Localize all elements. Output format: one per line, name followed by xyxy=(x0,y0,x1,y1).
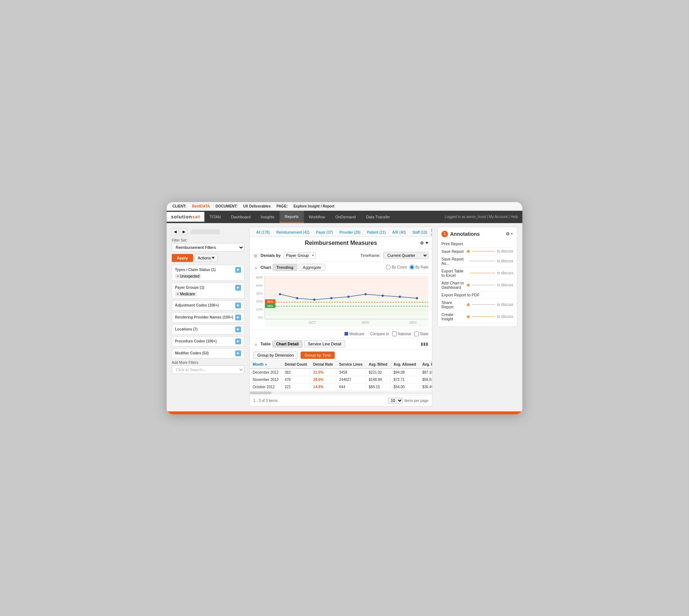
annotation-add-chart-dashboard[interactable]: Add Chart to Dashboard to discuss xyxy=(441,279,513,291)
table-scrollbar[interactable] xyxy=(250,391,432,394)
ann-label-4: Add Chart to Dashboard xyxy=(441,281,465,289)
chart-section-label: Chart xyxy=(261,265,271,270)
add-more-label: Add More Filters xyxy=(172,361,244,365)
arrow-left[interactable]: ◀ xyxy=(172,228,179,235)
annotation-create-insight[interactable]: Create Insight to discuss xyxy=(441,311,513,323)
filter-adj-icon[interactable]: ▶ xyxy=(235,303,241,308)
compare-national[interactable]: National xyxy=(392,332,411,336)
tab-provider[interactable]: Provider (26) xyxy=(337,229,363,236)
compare-national-checkbox[interactable] xyxy=(392,332,397,336)
tab-payer[interactable]: Payer (37) xyxy=(313,229,336,236)
by-rate-radio[interactable]: By Rate xyxy=(409,265,428,270)
group-by-dimension-btn[interactable]: Group by Dimension xyxy=(253,352,298,359)
col-service-lines[interactable]: Service Lines xyxy=(336,361,366,369)
timeframe-select[interactable]: Current Quarter xyxy=(383,252,428,259)
by-rate-input[interactable] xyxy=(409,265,414,270)
svg-text:20%: 20% xyxy=(256,300,263,303)
chart-container: 50% 40% 30% 20% 10% 0% xyxy=(253,276,428,328)
filter-types-icon[interactable]: ▶ xyxy=(235,267,241,273)
table-tab-chart-detail[interactable]: Chart Detail xyxy=(272,340,303,348)
nav-data-transfer[interactable]: Data Transfer xyxy=(361,211,395,223)
app-frame: CLIENT: RentDATA DOCUMENT: UX Deliverabl… xyxy=(167,202,522,414)
col-avg-paid[interactable]: Avg. Paid xyxy=(419,361,432,369)
tab-see-more[interactable]: See m... 1 xyxy=(431,229,432,237)
compare-state[interactable]: State xyxy=(414,332,428,336)
nav-dashboard[interactable]: Dashboard xyxy=(226,211,256,223)
annotation-export-table[interactable]: Export Table to Excel to discuss xyxy=(441,267,513,279)
cell-billed-2: $148.99 xyxy=(366,376,390,383)
actions-button[interactable]: Actions xyxy=(195,254,218,262)
legend-dot-medicare xyxy=(344,332,348,336)
legend-medicare: Medicare xyxy=(344,332,364,336)
per-page-select[interactable]: 10 xyxy=(388,398,403,404)
annotations-panel: 1 Annotations ⚙ ▼ Print Report Save Repo… xyxy=(437,227,517,327)
ann-discuss-6: to discuss xyxy=(497,303,513,307)
svg-point-25 xyxy=(347,296,350,298)
annotations-gear[interactable]: ⚙ ▼ xyxy=(506,231,513,237)
gear-icon-annotations: ⚙ xyxy=(506,231,510,237)
filter-proc-icon[interactable]: ▶ xyxy=(235,338,241,344)
nav-ondemand[interactable]: OnDemand xyxy=(330,211,361,223)
nav-insights[interactable]: Insights xyxy=(256,211,280,223)
col-denial-count[interactable]: Denial Count xyxy=(282,361,310,369)
ann-discuss-3: to discuss xyxy=(497,271,513,275)
nav-bar: solutionset TITAN Dashboard Insights Rep… xyxy=(167,211,522,223)
chart-tab-trending[interactable]: Trending xyxy=(273,264,297,271)
annotation-share-report[interactable]: Share Report to discuss xyxy=(441,299,513,311)
by-count-input[interactable] xyxy=(386,265,391,270)
table-icon-1[interactable]: ▮▮▮ xyxy=(421,341,428,346)
annotation-print-report[interactable]: Print Report xyxy=(441,240,513,248)
tab-all[interactable]: All (178) xyxy=(253,229,273,236)
right-panel: 1 Annotations ⚙ ▼ Print Report Save Repo… xyxy=(437,227,517,406)
group-by-time-btn[interactable]: Group by Time xyxy=(301,352,335,359)
remove-unexpected[interactable]: × xyxy=(177,274,179,278)
table-tab-service-line[interactable]: Service Line Detail xyxy=(304,340,346,348)
apply-button[interactable]: Apply xyxy=(172,254,193,262)
svg-text:DEC: DEC xyxy=(409,321,417,324)
center-panel: All (178) Reimbursement (42) Payer (37) … xyxy=(249,227,432,406)
col-avg-allowed[interactable]: Avg. Allowed xyxy=(391,361,419,369)
col-avg-billed[interactable]: Avg. Billed xyxy=(366,361,390,369)
cell-month-2: November 2012 xyxy=(250,376,282,383)
svg-point-27 xyxy=(382,295,384,297)
filter-tag-medicare[interactable]: × Medicare xyxy=(175,292,197,296)
denials-select[interactable]: Payer Group xyxy=(284,252,316,259)
annotation-export-pdf[interactable]: Export Report to PDF xyxy=(441,291,513,299)
add-more-select[interactable]: Click to Search... xyxy=(172,365,244,374)
cell-rate-3: 14.8% xyxy=(310,383,336,390)
filter-tag-unexpected[interactable]: × Unexpected xyxy=(175,274,201,279)
arrow-right[interactable]: ▶ xyxy=(180,228,188,235)
filter-payer-icon[interactable]: ▶ xyxy=(235,285,241,291)
compare-label: Compare to xyxy=(370,332,389,336)
nav-titan[interactable]: TITAN xyxy=(204,211,226,223)
compare-state-checkbox[interactable] xyxy=(414,332,419,336)
chart-bar-icon: ◼ xyxy=(253,252,258,258)
filter-set-select[interactable]: Reimbursement Filters xyxy=(172,243,244,252)
nav-reports[interactable]: Reports xyxy=(280,211,304,223)
ann-discuss-4: to discuss xyxy=(497,283,513,287)
remove-medicare[interactable]: × xyxy=(177,292,179,296)
actions-dropdown-icon xyxy=(212,257,215,259)
tab-patient[interactable]: Patient (21) xyxy=(364,229,389,236)
tab-ar[interactable]: A/R (40) xyxy=(390,229,409,236)
col-month[interactable]: Month ▼ xyxy=(250,361,282,369)
svg-point-24 xyxy=(330,297,333,299)
filter-payer-groups: Payer Groups (1) ▶ × Medicare xyxy=(172,283,244,299)
annotations-badge: 1 xyxy=(441,231,448,237)
chart-tab-aggregate[interactable]: Aggregate xyxy=(299,264,325,271)
ann-dot-6 xyxy=(467,303,470,306)
cell-allowed-3: $54.00 xyxy=(391,383,419,390)
annotation-save-report[interactable]: Save Report to discuss xyxy=(441,248,513,255)
nav-workflow[interactable]: Workflow xyxy=(304,211,330,223)
tab-staff[interactable]: Staff (10) xyxy=(409,229,430,236)
cell-month-3: October 2012 xyxy=(250,383,282,390)
svg-point-29 xyxy=(416,297,418,299)
annotation-save-report-as[interactable]: Save Report As... to discuss xyxy=(441,255,513,267)
filter-rp-icon[interactable]: ▶ xyxy=(235,315,241,320)
col-denial-rate[interactable]: Denial Rate xyxy=(310,361,336,369)
filter-loc-icon[interactable]: ▶ xyxy=(235,327,241,332)
by-count-radio[interactable]: By Count xyxy=(386,265,407,270)
tab-reimbursement[interactable]: Reimbursement (42) xyxy=(273,229,312,236)
report-gear[interactable]: ⚙ xyxy=(420,241,428,246)
filter-mod-icon[interactable]: ▶ xyxy=(235,350,241,356)
